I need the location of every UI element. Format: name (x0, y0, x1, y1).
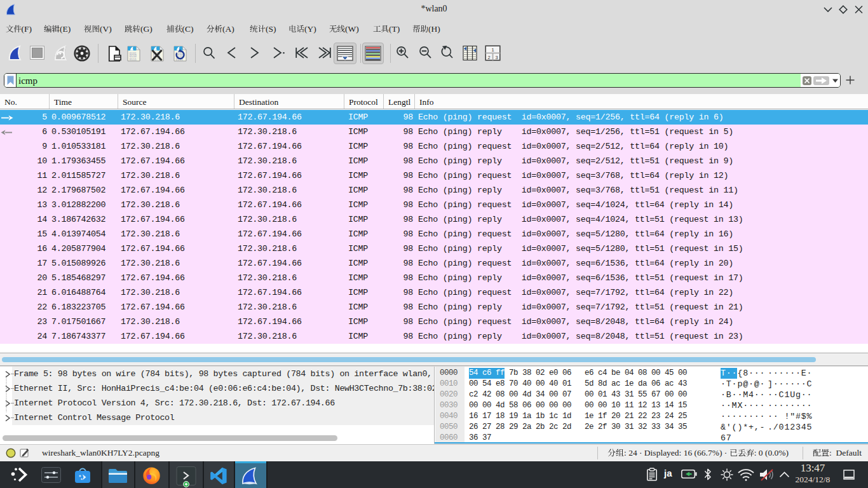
svg-text:0111: 0111 (130, 58, 137, 61)
svg-text:3: 3 (496, 55, 498, 60)
svg-text:1: 1 (492, 47, 494, 53)
svg-text:2: 2 (488, 55, 491, 60)
